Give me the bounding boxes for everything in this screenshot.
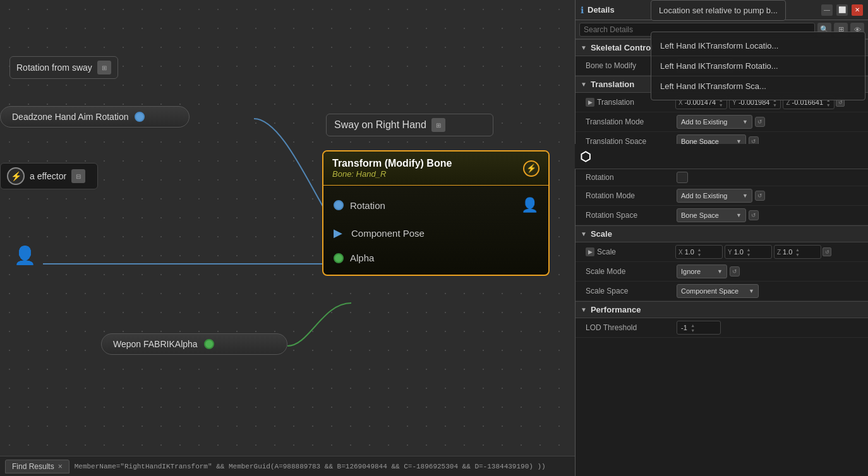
scale-arrow: ▼ <box>581 230 587 237</box>
scale-y-spin[interactable]: ▲▼ <box>745 245 752 259</box>
lod-spin[interactable]: ▲▼ <box>690 321 696 335</box>
skeletal-control-arrow: ▼ <box>581 44 587 51</box>
scale-space-value: Component Space <box>681 287 738 295</box>
lod-field[interactable]: -1 ▲▼ <box>677 321 721 335</box>
rotation-mode-dropdown[interactable]: Add to Existing ▼ <box>677 189 752 203</box>
comment-item-3: Left Hand IKTransform Sca... <box>651 76 865 96</box>
scale-space-dropdown[interactable]: Component Space ▼ <box>677 284 759 298</box>
find-results-close[interactable]: × <box>58 462 63 471</box>
translation-mode-label: Translation Mode <box>586 117 674 126</box>
scale-x-spin[interactable]: ▲▼ <box>696 245 702 259</box>
scale-z-field[interactable]: Z 1.0 ▲▼ <box>774 245 821 259</box>
translation-mode-value-container: Add to Existing ▼ ↺ <box>677 115 863 129</box>
node-sway-right-hand[interactable]: Sway on Right Hand ⊞ <box>326 114 493 136</box>
comment-top-text: Location set relative to pump b... <box>659 6 778 15</box>
details-maximize-button[interactable]: ⬜ <box>836 4 848 16</box>
translation-arrow: ▼ <box>581 81 587 88</box>
translation-mode-reset[interactable]: ↺ <box>755 117 765 127</box>
rotation-space-reset[interactable]: ↺ <box>749 210 759 220</box>
find-results-bar: Find Results × MemberName="RightHandIKTr… <box>0 456 575 476</box>
scale-mode-label: Scale Mode <box>586 267 674 276</box>
scale-xyz-label: Scale <box>597 247 673 256</box>
node-deadzone-hand-aim[interactable]: Deadzone Hand Aim Rotation <box>0 106 190 128</box>
rotation-checkbox[interactable] <box>677 172 688 183</box>
scale-x-value: 1.0 <box>685 248 694 256</box>
comment-item-2-text: Left Hand IKTransform Rotatio... <box>660 61 778 71</box>
details-close-button[interactable]: ✕ <box>852 4 863 16</box>
comment-box-left: Left Hand IKTransform Locatio... Left Ha… <box>651 32 865 100</box>
comment-item-1-text: Left Hand IKTransform Locatio... <box>660 41 778 51</box>
rotation-row: Rotation <box>576 169 868 186</box>
node-weapon-fabrik[interactable]: Wepon FABRIKAlpha <box>101 333 287 355</box>
scale-collapse[interactable]: ▶ <box>586 247 594 256</box>
effector-label: a effector <box>30 171 66 181</box>
scale-xyz-fields: X 1.0 ▲▼ Y 1.0 ▲▼ <box>675 245 863 259</box>
translation-collapse[interactable]: ▶ <box>586 98 594 107</box>
scale-xyz-row: ▶ Scale X 1.0 ▲▼ Y 1.0 <box>576 242 868 262</box>
scale-space-value-container: Component Space ▼ <box>677 284 863 298</box>
effector-pin-button[interactable]: ⊟ <box>71 169 85 183</box>
scale-mode-row: Scale Mode Ignore ▼ ↺ <box>576 262 868 282</box>
weapon-fabrik-label: Wepon FABRIKAlpha <box>113 339 198 349</box>
scale-xyz-reset[interactable]: ↺ <box>823 247 831 256</box>
lod-threshold-label: LOD Threshold <box>586 323 674 332</box>
transform-lightning-icon: ⚡ <box>523 160 539 177</box>
transform-component-pose-row: ▶ Component Pose <box>323 220 548 246</box>
scale-mode-reset[interactable]: ↺ <box>730 266 740 277</box>
find-results-query: MemberName="RightHandIKTransform" && Mem… <box>75 463 546 470</box>
alpha-input-pin[interactable] <box>334 253 344 263</box>
scale-mode-dropdown[interactable]: Ignore ▼ <box>677 265 727 278</box>
deadzone-output-pin[interactable] <box>135 112 145 122</box>
rotation-input-pin[interactable] <box>334 200 344 210</box>
rotation-space-row: Rotation Space Bone Space ▼ ↺ <box>576 206 868 225</box>
sway-right-hand-label: Sway on Right Hand <box>334 119 426 131</box>
rotation-value-container <box>677 172 863 183</box>
rotation-mode-row: Rotation Mode Add to Existing ▼ ↺ <box>576 186 868 206</box>
scale-x-container: X 1.0 ▲▼ <box>675 245 723 259</box>
scale-y-value: 1.0 <box>734 248 744 256</box>
rotation-mode-value: Add to Existing <box>681 192 727 199</box>
alpha-label: Alpha <box>350 253 374 263</box>
component-pose-label: Component Pose <box>351 228 425 239</box>
rotation-mode-reset[interactable]: ↺ <box>755 191 765 201</box>
rotation-right-person: 👤 <box>521 197 538 213</box>
scale-y-container: Y 1.0 ▲▼ <box>725 245 772 259</box>
rotation-mode-label: Rotation Mode <box>586 191 674 200</box>
section-performance[interactable]: ▼ Performance <box>576 301 868 318</box>
comment-item-1: Left Hand IKTransform Locatio... <box>651 36 865 56</box>
section-scale[interactable]: ▼ Scale <box>576 225 868 242</box>
scale-x-field[interactable]: X 1.0 ▲▼ <box>675 245 723 259</box>
sway-pin-button[interactable]: ⊞ <box>431 118 445 132</box>
deadzone-label: Deadzone Hand Aim Rotation <box>12 112 128 122</box>
scale-z-spin[interactable]: ▲▼ <box>794 245 800 259</box>
scale-z-container: Z 1.0 ▲▼ ↺ <box>774 245 831 259</box>
weapon-fabrik-output-pin[interactable] <box>204 339 214 349</box>
transform-node-title: Transform (Modify) Bone <box>332 158 452 169</box>
ue-logo: ⬡ <box>580 149 591 164</box>
rotation-space-dropdown[interactable]: Bone Space ▼ <box>677 208 746 222</box>
find-results-label: Find Results <box>12 462 54 471</box>
blueprint-canvas[interactable]: Rotation from sway ⊞ Deadzone Hand Aim R… <box>0 0 575 476</box>
node-transform-modify-bone[interactable]: Transform (Modify) Bone Bone: Hand_R ⚡ R… <box>322 150 550 276</box>
effector-lightning-icon: ⚡ <box>7 167 25 185</box>
translation-mode-dropdown[interactable]: Add to Existing ▼ <box>677 115 752 129</box>
node-effector[interactable]: ⚡ a effector ⊟ <box>0 163 98 189</box>
scale-z-value: 1.0 <box>783 248 792 256</box>
scale-y-field[interactable]: Y 1.0 ▲▼ <box>725 245 772 259</box>
lod-value-container: -1 ▲▼ <box>677 321 863 335</box>
details-content[interactable]: ▼ Skeletal Control Bone to Modify Hand_R… <box>576 39 868 476</box>
scale-mode-arrow: ▼ <box>717 268 723 275</box>
component-pose-input-pin[interactable]: ▶ <box>334 226 342 240</box>
rotation-space-arrow: ▼ <box>736 212 742 218</box>
details-minimize-button[interactable]: — <box>821 4 833 16</box>
rotation-sway-pin-button[interactable]: ⊞ <box>97 61 111 74</box>
rotation-space-value-container: Bone Space ▼ ↺ <box>677 208 863 222</box>
translation-title: Translation <box>591 80 634 89</box>
scale-title: Scale <box>591 229 612 239</box>
node-rotation-from-sway[interactable]: Rotation from sway ⊞ <box>9 56 118 79</box>
rotation-field-label: Rotation <box>586 173 674 182</box>
lod-threshold-row: LOD Threshold -1 ▲▼ <box>576 318 868 338</box>
find-results-tab[interactable]: Find Results × <box>5 460 69 473</box>
translation-mode-value: Add to Existing <box>681 118 727 126</box>
transform-node-subtitle: Bone: Hand_R <box>332 169 452 179</box>
